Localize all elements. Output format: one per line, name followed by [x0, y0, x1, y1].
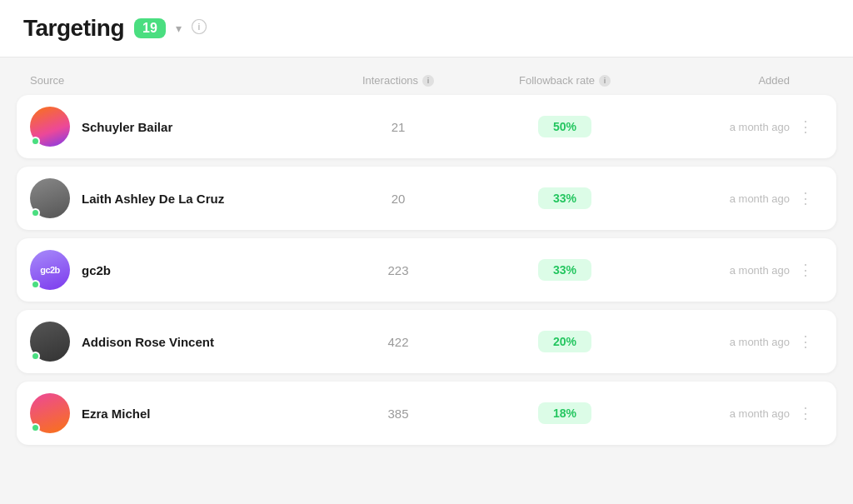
followback-badge: 18%: [538, 402, 591, 424]
more-cell[interactable]: ⋮: [790, 259, 823, 281]
followback-badge: 33%: [538, 259, 591, 281]
table-row: Ezra Michel 385 18% a month ago ⋮: [17, 382, 836, 445]
more-options-button[interactable]: ⋮: [795, 331, 818, 352]
added-value: a month ago: [656, 264, 790, 277]
more-cell[interactable]: ⋮: [790, 187, 823, 209]
interactions-value: 20: [323, 192, 473, 206]
online-status-dot: [31, 423, 40, 432]
online-status-dot: [31, 280, 40, 289]
more-options-button[interactable]: ⋮: [795, 259, 818, 281]
interactions-value: 21: [323, 120, 473, 134]
table-row: Addison Rose Vincent 422 20% a month ago…: [17, 310, 836, 373]
col-interactions: Interactions i: [323, 74, 473, 87]
more-options-button[interactable]: ⋮: [795, 116, 818, 137]
followback-badge: 33%: [538, 187, 591, 209]
interactions-value: 422: [323, 335, 473, 349]
followback-cell: 50%: [473, 116, 656, 137]
svg-text:i: i: [197, 22, 200, 32]
added-value: a month ago: [656, 121, 790, 133]
online-status-dot: [31, 208, 40, 217]
followback-cell: 33%: [473, 187, 656, 209]
interactions-value: 223: [323, 263, 473, 277]
page-title: Targeting: [23, 15, 124, 42]
online-status-dot: [31, 352, 40, 361]
followback-badge: 50%: [538, 116, 591, 137]
more-options-button[interactable]: ⋮: [795, 402, 818, 424]
table-row: Laith Ashley De La Cruz 20 33% a month a…: [17, 167, 836, 230]
targeting-table: Source Interactions i Followback rate i …: [0, 57, 853, 467]
table-row: Schuyler Bailar 21 50% a month ago ⋮: [17, 95, 836, 158]
table-body: Schuyler Bailar 21 50% a month ago ⋮ Lai…: [17, 95, 836, 445]
page-header: Targeting 19 ▾ i: [0, 0, 853, 57]
source-cell: Schuyler Bailar: [30, 107, 323, 147]
online-status-dot: [31, 137, 40, 146]
followback-info-icon[interactable]: i: [599, 75, 611, 87]
chevron-down-icon[interactable]: ▾: [176, 22, 182, 35]
more-cell[interactable]: ⋮: [790, 331, 823, 352]
source-name: Schuyler Bailar: [82, 120, 172, 134]
col-followback: Followback rate i: [473, 74, 656, 87]
header-info-icon[interactable]: i: [192, 19, 207, 37]
avatar-wrap: [30, 322, 70, 362]
more-cell[interactable]: ⋮: [790, 116, 823, 137]
interactions-info-icon[interactable]: i: [422, 75, 434, 87]
avatar-wrap: [30, 107, 70, 147]
table-header-row: Source Interactions i Followback rate i …: [17, 71, 836, 95]
col-added: Added: [656, 74, 790, 87]
followback-badge: 20%: [538, 331, 591, 352]
source-name: Laith Ashley De La Cruz: [82, 192, 224, 206]
col-source: Source: [30, 74, 323, 87]
avatar-wrap: [30, 393, 70, 433]
followback-cell: 20%: [473, 331, 656, 352]
more-cell[interactable]: ⋮: [790, 402, 823, 424]
followback-cell: 33%: [473, 259, 656, 281]
count-badge: 19: [134, 18, 166, 38]
added-value: a month ago: [656, 407, 790, 420]
added-value: a month ago: [656, 336, 790, 348]
avatar-wrap: [30, 178, 70, 218]
interactions-value: 385: [323, 407, 473, 421]
source-cell: Laith Ashley De La Cruz: [30, 178, 323, 218]
source-cell: gc2b gc2b: [30, 250, 323, 290]
source-name: Addison Rose Vincent: [82, 335, 214, 349]
source-name: Ezra Michel: [82, 407, 151, 421]
avatar-wrap: gc2b: [30, 250, 70, 290]
source-name: gc2b: [82, 263, 111, 277]
added-value: a month ago: [656, 192, 790, 205]
source-cell: Ezra Michel: [30, 393, 323, 433]
table-row: gc2b gc2b 223 33% a month ago ⋮: [17, 238, 836, 302]
followback-cell: 18%: [473, 402, 656, 424]
source-cell: Addison Rose Vincent: [30, 322, 323, 362]
more-options-button[interactable]: ⋮: [795, 187, 818, 209]
col-actions: [790, 74, 823, 87]
